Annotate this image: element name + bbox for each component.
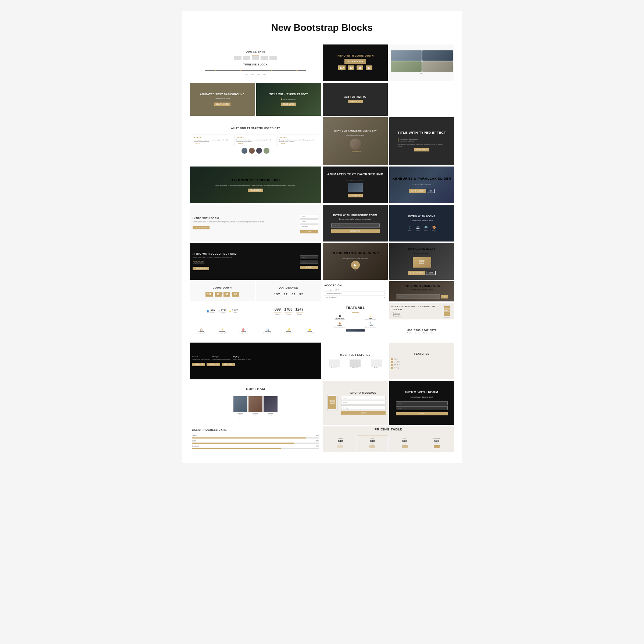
intro-form-left-desc: Lorem ipsum dolor sit amet consectetur a… [193, 221, 298, 223]
acc-label-3: Sed do eiusmod? [326, 296, 337, 298]
intro-video-title: INTRO WITH VIDEO POPUP [332, 251, 379, 255]
price-col-3: Pro $10 /mo [389, 436, 420, 451]
client-logo-5: △ [269, 56, 277, 60]
subscribe-box[interactable]: SUBSCRIBE NOW [344, 59, 366, 64]
dark-btn3[interactable]: AppTitle [222, 363, 235, 366]
feat-right-title: FEATURES [414, 352, 429, 355]
typed-effect-col4[interactable]: TITLE WITH TYPED EFFECT Lorem ipsum dolo… [389, 117, 454, 165]
drop-title: DROP A MESSAGE [341, 391, 386, 394]
intro-subscribe-form-block[interactable]: INTRO WITH SUBSCRIBE FORM Lorem ipsum do… [323, 205, 388, 242]
intro-countdown-block[interactable]: INTRO WITH COUNTDOWN SUBSCRIBE NOW 117 d… [323, 44, 388, 81]
photo-desc: 04. [421, 73, 423, 75]
meet-mobirise-block: MEET THE MOBIRISE 3 LANDING PAGE TOOLKIT… [389, 303, 454, 319]
users-say-right-title: WHAT OUR FANTASTIC USERS SAY [334, 130, 377, 133]
social-tw-2[interactable]: t [256, 416, 256, 419]
ib-submit[interactable]: Submit [396, 412, 448, 415]
email-form-input[interactable] [396, 294, 440, 298]
image-btn2[interactable]: Demo [426, 271, 436, 275]
price-icon-3 [402, 445, 408, 448]
dc-desc-2: Lorem ipsum dolor sit amet [212, 358, 230, 360]
video-play-btn[interactable]: ▶ [351, 261, 360, 269]
drop-email[interactable] [341, 401, 386, 405]
test-author-2: — Sarah M. [236, 143, 274, 144]
svc-icon-4: 📊 [258, 328, 278, 331]
typed-full-btn[interactable]: Read More [248, 189, 263, 192]
dark-btn2[interactable]: Navigate [207, 363, 220, 366]
price-val-2: $10 [370, 439, 375, 443]
photo-thumbs-block: 04. [389, 44, 454, 81]
title-typed-full-block[interactable]: TITLE WHITH TYPED EFFECT Lorem ipsum dol… [190, 167, 321, 203]
intro-email-form-block[interactable]: INTRO WITH EMAIL FORM Lorem ipsum dolor … [389, 281, 454, 301]
ib-email[interactable] [396, 406, 448, 410]
c-d2: 05 [351, 95, 355, 99]
intro-form-dark-block[interactable]: INTRO WITH SUBSCRIBE FORM Lorem ipsum do… [190, 243, 321, 280]
form-email-input[interactable] [300, 219, 318, 223]
intro-form-bottom-block[interactable]: INTRO WITH FORM Lorem ipsum dolor sit am… [389, 381, 454, 425]
accordion-item-3[interactable]: Sed do eiusmod? + [324, 296, 386, 299]
dark-form-name[interactable] [300, 255, 318, 259]
timeline-line [205, 70, 307, 71]
email-form-row: Go [396, 294, 448, 298]
subscribe-email[interactable] [331, 223, 380, 228]
animated-text-bg-block[interactable]: ANIMATED TEXT BACKGROUND Lorem ipsum dol… [190, 83, 255, 116]
stat-icon-3-text: 1247 Clients [232, 309, 238, 314]
dark-btn1[interactable]: Connect [192, 363, 205, 366]
social-tw-3[interactable]: t [271, 416, 271, 419]
intro-video-popup-block[interactable]: INTRO WITH VIDEO POPUP Lorem ipsum dolor… [323, 243, 388, 280]
stat4-4: 3777 Hours [430, 329, 437, 334]
social-fb-1[interactable]: f [240, 416, 240, 419]
kenburns-btn1[interactable]: Get Started [409, 189, 426, 193]
intro-form-left-btn[interactable]: Get Started [193, 226, 210, 229]
image-btn1[interactable]: Get Started [408, 271, 425, 275]
typed-col4-title: TITLE WITH TYPED EFFECT [398, 131, 446, 135]
typed-btn[interactable]: Read More [281, 103, 297, 106]
what-users-say-block: WHAT OUR FANTASTIC USERS SAY ★★★★★ Lorem… [190, 117, 321, 165]
animated-text-btn[interactable]: Learn More [214, 103, 230, 106]
social-tw-1[interactable]: t [241, 416, 241, 419]
animated-text-bg2-block[interactable]: ANIMATED TEXT BACKGROUND Lorem ipsum dol… [323, 167, 388, 203]
mobirise-feat-title: MOBIRISE FEATURES [340, 353, 370, 357]
intro-image-block[interactable]: INTRO WITH IMAGE Lorem ipsum dolor MOBIR… [389, 243, 454, 280]
c1-sep1: : [214, 292, 214, 297]
check-3: ✓Feature three [391, 315, 440, 317]
accordion-item-2[interactable]: Consectetur adipiscing? − [324, 292, 386, 296]
accordion-item-1[interactable]: Lorem ipsum dolor? + [324, 288, 386, 292]
subscribe-btn[interactable]: Subscribe [331, 229, 380, 233]
intro-icons-block[interactable]: INTRO WITH ICONS Lorem ipsum dolor sit a… [389, 205, 454, 242]
avatar-row [242, 148, 269, 154]
dark-form-submit[interactable]: Submit [300, 266, 318, 269]
intro-icons-title: INTRO WITH ICONS [408, 215, 436, 218]
intro-form-left-block[interactable]: INTRO WITH FORM Lorem ipsum dolor sit am… [190, 205, 321, 242]
mobirise-features-block: MOBIRISE FEATURES Responsive Editor inli… [323, 343, 388, 379]
drop-name[interactable] [341, 396, 386, 400]
feat-desc-3: Lorem ipsum dolor [325, 326, 355, 328]
title-typed-effect-block[interactable]: TITLE WITH TYPED EFFECT Lorem ipsum dolo… [256, 83, 321, 116]
form-name-input[interactable] [300, 215, 318, 219]
drop-msg[interactable] [341, 405, 386, 410]
meet-phone: MOBIRISEWEBSITEBUILDER [441, 304, 452, 319]
count-min-label: min [359, 70, 361, 72]
drop-submit[interactable]: Send [341, 411, 386, 415]
email-form-btn[interactable]: Go [441, 295, 448, 298]
service-4: 📊 Two Legal Lorem ipsum dolor [258, 328, 278, 334]
icon-label-3: Settings [423, 230, 429, 232]
kenburns-btn2[interactable]: Info [427, 189, 435, 193]
social-fb-3[interactable]: f [270, 416, 270, 419]
form-submit-btn[interactable]: Submit [300, 230, 318, 233]
animated-text-bg2-btn[interactable]: Read More [348, 194, 363, 197]
kenburns-block[interactable]: KENBURNS & PARALLAX SLIDER for Mobirise … [389, 167, 454, 203]
countdown-right-btn[interactable]: Subscribe [348, 100, 363, 103]
mf-item-3: Markup [366, 359, 386, 369]
ib-name[interactable] [396, 401, 448, 405]
stat-2-3: 1247 Clients [296, 307, 304, 315]
team-photos-row: Jonathan CEO f t Christina Designer f [192, 396, 319, 419]
c1-s: 02 [232, 292, 239, 297]
form-message-input[interactable] [300, 224, 318, 228]
intro-form-dark-btn[interactable]: Learn More [193, 267, 209, 270]
feat-dot-2 [391, 361, 393, 363]
typed-col4-btn[interactable]: Read More [414, 148, 430, 151]
pb-3-track [192, 448, 319, 449]
laptop-text: MOBIRISEWEBSITEBUILDER [419, 260, 425, 265]
dark-form-email[interactable] [300, 260, 318, 264]
social-fb-2[interactable]: f [255, 416, 255, 419]
